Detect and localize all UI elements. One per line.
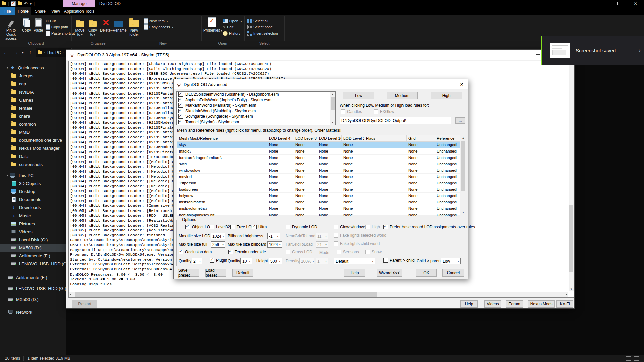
object-lod-checkbox[interactable]: Object LOD	[185, 225, 213, 229]
table-row[interactable]: holycow None None None None None Unchang…	[177, 193, 466, 199]
sidebar-item[interactable]: female	[0, 104, 66, 112]
copy-button[interactable]: Copy	[21, 16, 32, 32]
scroll-left-icon[interactable]: ◂	[70, 293, 71, 296]
sidebar-item-quick-access[interactable]: ▾ Quick access	[0, 64, 66, 72]
kofi-button[interactable]: Ko-Fi	[556, 300, 573, 308]
tab-view[interactable]: View	[48, 7, 63, 15]
ultra-checkbox[interactable]: Ultra	[252, 225, 267, 229]
world-checkbox[interactable]	[178, 92, 183, 97]
sidebar-item[interactable]: LENOVO_USB_HDD (G:)	[0, 260, 66, 268]
sidebar-item-drive[interactable]: MX500 (D:)	[0, 294, 66, 305]
far-grid-select[interactable]: 21▾	[316, 241, 328, 248]
sidebar-item[interactable]: Local Disk (C:)	[0, 236, 66, 244]
maximize-button[interactable]	[611, 0, 627, 7]
sidebar-item[interactable]: Aelitamente (F:)	[0, 252, 66, 260]
table-header-cell[interactable]: LOD Level 32	[342, 135, 364, 141]
scroll-up-icon[interactable]: ▴	[460, 136, 466, 139]
sidebar-item[interactable]: Music	[0, 212, 66, 220]
sidebar-item-drive[interactable]: Aelitamente (F:)	[0, 272, 66, 283]
table-scrollbar[interactable]: ▴ ▾	[460, 135, 466, 215]
table-row[interactable]: heb\ship\panksex.nif None None None None…	[177, 212, 466, 218]
glow-windows-checkbox[interactable]: Glow windows	[334, 225, 366, 229]
sidebar-item[interactable]: chara	[0, 112, 66, 120]
browse-button[interactable]: ...	[455, 117, 465, 124]
billboard-brightness-select[interactable]: -1▾	[267, 233, 280, 239]
world-item[interactable]: SkuldafnWorld (Skuldafn) - Skyrim.esm	[177, 108, 335, 114]
table-row[interactable]: magic\ None None None None None Unchange…	[177, 148, 466, 155]
sidebar-item[interactable]: common	[0, 120, 66, 128]
tab-share[interactable]: Share	[32, 7, 48, 15]
edit-button[interactable]: ✎Edit	[223, 24, 233, 30]
minimize-button[interactable]	[595, 0, 611, 7]
sidebar-item[interactable]: screenshots	[0, 160, 66, 168]
table-header-cell[interactable]: Mesh Mask/Reference	[177, 135, 267, 141]
dialog-help-button[interactable]: Help	[344, 269, 365, 277]
sidebar-item[interactable]: MMD	[0, 128, 66, 136]
near-grid-select[interactable]: 11▾	[316, 233, 328, 239]
forward-icon[interactable]: →	[13, 49, 18, 55]
scroll-right-icon[interactable]: ▸	[566, 293, 567, 296]
world-checkbox[interactable]	[178, 114, 183, 119]
customize-toolbar-icon[interactable]: ▾	[30, 1, 32, 6]
snow-checkbox[interactable]: Snow	[365, 250, 382, 254]
history-button[interactable]: History	[223, 31, 240, 36]
copy-path-button[interactable]: Copy path	[46, 24, 68, 30]
help-button[interactable]: Help	[460, 300, 478, 308]
dynamic-lod-checkbox[interactable]: Dynamic LOD	[286, 225, 317, 229]
sidebar-item-network[interactable]: Network	[0, 308, 66, 316]
table-row[interactable]: mistsanimated\ None None None None None …	[177, 199, 466, 205]
density-select[interactable]: 100%▾	[299, 258, 314, 264]
child-parent-select[interactable]: Low▾	[441, 258, 461, 264]
worlds-listbox[interactable]: DLC2SolstheimWorld (Solstheim) - Dragonb…	[176, 91, 336, 125]
table-row[interactable]: furniture\dragonfurniture\ None None Non…	[177, 155, 466, 161]
candles-checkbox[interactable]: Candles	[341, 109, 362, 114]
cut-button[interactable]: ✂Cut	[46, 18, 56, 24]
scroll-up-icon[interactable]: ▴	[330, 92, 335, 96]
open-button[interactable]: Open▾	[223, 18, 242, 24]
manage-context-tab[interactable]: Manage	[63, 0, 95, 7]
copy-to-button[interactable]: → Copy to▾	[87, 16, 99, 37]
thumbnail-view-icon[interactable]	[634, 356, 639, 361]
world-item[interactable]: Tamriel (Skyrim) - Skyrim.esm	[177, 119, 335, 125]
wizard-button[interactable]: Wizard <<<	[377, 269, 402, 277]
tab-file[interactable]: File	[0, 7, 15, 15]
plugin-checkbox[interactable]: Plugin	[210, 258, 227, 263]
world-item[interactable]: DLC2SolstheimWorld (Solstheim) - Dragonb…	[177, 92, 335, 97]
table-header-cell[interactable]: LOD Level 8	[293, 135, 317, 141]
table-header-cell[interactable]: Grid	[407, 135, 435, 141]
sidebar-item-drive[interactable]: LENOVO_USB_HDD (G:)	[0, 283, 66, 294]
sidebar-item[interactable]: Documents	[0, 195, 66, 203]
paste-button[interactable]: Paste	[32, 16, 44, 32]
high-checkbox[interactable]: High	[365, 225, 380, 229]
back-icon[interactable]: ←	[3, 49, 8, 55]
properties-button[interactable]: Properties▾	[203, 16, 221, 33]
max-tile-size-lod-select[interactable]: 1024▾	[211, 233, 225, 239]
undo-icon[interactable]: ↶	[24, 1, 28, 6]
max-tile-size-full-select[interactable]: 256▾	[211, 241, 225, 248]
sidebar-item[interactable]: MX500 (D:)	[0, 244, 66, 252]
sidebar-item[interactable]: cap	[0, 80, 66, 88]
scrollbar-thumb[interactable]	[75, 292, 377, 297]
rename-button[interactable]: Rename	[113, 16, 124, 32]
sidebar-item[interactable]: NVIDIA	[0, 88, 66, 96]
sidebar-item-this-pc[interactable]: ▾ This PC	[0, 171, 66, 179]
seasons-default-select[interactable]: Default▾	[334, 258, 375, 264]
fake-lights-selected-checkbox[interactable]: Fake lights selected world	[334, 233, 386, 238]
high-button[interactable]: High	[431, 92, 462, 99]
world-checkbox[interactable]	[178, 103, 183, 108]
dialog-close-icon[interactable]: ✕	[458, 81, 465, 88]
cancel-button[interactable]: Cancel	[442, 269, 464, 277]
quality-lod-select[interactable]: 2▾	[192, 258, 202, 264]
sidebar-item[interactable]: Data	[0, 152, 66, 160]
chevron-down-icon[interactable]: ▾	[7, 174, 8, 177]
table-header-cell[interactable]: Reference	[435, 135, 460, 141]
up-icon[interactable]: ↑	[29, 49, 32, 55]
fake-lights-child-checkbox[interactable]: Fake lights child world	[334, 241, 380, 246]
world-item[interactable]: JaphetsFollyWorld (Japhet's Folly) - Sky…	[177, 97, 335, 103]
tree-lod-checkbox[interactable]: Tree LOD	[230, 225, 254, 229]
default-button[interactable]: Default	[232, 269, 253, 277]
scrollbar-thumb[interactable]	[461, 141, 465, 191]
world-checkbox[interactable]	[178, 120, 183, 124]
dyndolod-minimize-button[interactable]	[536, 54, 540, 55]
table-header-cell[interactable]: LOD Level 4	[267, 135, 293, 141]
